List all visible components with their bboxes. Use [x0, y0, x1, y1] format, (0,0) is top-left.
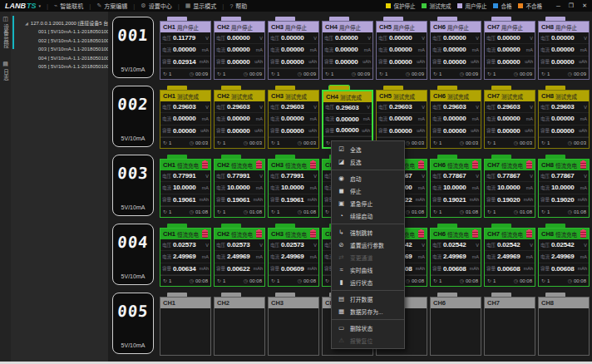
- channel-card-002-ch3[interactable]: CH3测试完成电压0.29603V电流0.00000mA容量0.00000uAh…: [268, 86, 319, 149]
- channel-card-001-ch4[interactable]: CH4用户停止电压0.00000V电流0.00000mA容量0.00000uAh…: [322, 17, 373, 80]
- channel-card-001-ch6[interactable]: CH6用户停止电压0.00000V电流0.00000mA容量0.00000uAh…: [430, 17, 481, 80]
- app-logo[interactable]: LANB TS ▾: [5, 2, 41, 10]
- channel-card-001-ch8[interactable]: CH8用户停止电压0.00000V电流0.00000mA容量0.00000uAh…: [538, 17, 590, 80]
- channel-card-002-ch7[interactable]: CH7测试完成电压0.29603V电流0.00000mA容量0.00000uAh…: [484, 86, 535, 149]
- channel-card-002-ch5[interactable]: CH5测试完成电压0.29603V电流0.00000mA容量0.00000uAh…: [376, 86, 427, 149]
- channel-card-002-ch4[interactable]: CH4测试完成电压0.29603V电流0.00000mA容量0.00000uAh…: [322, 86, 373, 149]
- current-row: 电流0.00000mA: [323, 114, 372, 125]
- channel-card-005-ch8[interactable]: CH8: [538, 293, 590, 356]
- card-header: CH6恒流充电: [431, 229, 481, 239]
- channel-card-001-ch5[interactable]: CH5用户停止电压0.00000V电流0.00000mA容量0.00000uAh…: [376, 17, 427, 80]
- context-menu-item-start[interactable]: ◉启动: [332, 172, 404, 184]
- channel-card-005-ch1[interactable]: CH1: [160, 293, 211, 356]
- menu-display-mode[interactable]: ▦显示模式: [185, 2, 217, 10]
- channel-status: 恒流充电: [177, 161, 199, 170]
- current-unit: mA: [472, 116, 479, 121]
- context-menu-item-emergency-stop[interactable]: ▣紧急停止: [332, 197, 404, 209]
- current-value: 10.0000: [551, 184, 575, 191]
- tree-item-device-5[interactable]: 005 [ 5V/10mA-1.1-20180501005 ]: [11, 62, 108, 71]
- context-menu-item-open-data[interactable]: ▤打开数据: [332, 293, 404, 305]
- card-footer: ↻1◷00:08: [431, 275, 481, 286]
- context-menu-item-select-all[interactable]: ☑全选: [332, 143, 404, 155]
- capacity-value: 0.00000: [443, 127, 466, 135]
- rail-tab-log[interactable]: ▤日志: [2, 61, 10, 81]
- channel-card-004-ch6[interactable]: CH6恒流充电电压0.02542V电流2.49969mA容量0.00608mAh…: [430, 224, 481, 287]
- channel-card-003-ch6[interactable]: CH6恒流充电电压0.77867V电流10.0000mA容量0.19021mAh…: [430, 155, 481, 218]
- device-display-002[interactable]: 0025V/10mA: [112, 86, 154, 147]
- card-footer: ↻1◷00:08: [215, 275, 264, 286]
- context-menu-item-save-data-as[interactable]: ▦数据另存为...: [332, 305, 404, 317]
- tree-item-device-4[interactable]: 004 [ 5V/10mA-1.1-20180501004 ]: [11, 54, 108, 63]
- cycle-count: ↻1: [433, 278, 442, 283]
- context-menu-item-invert-selection[interactable]: ◪反选: [332, 155, 404, 168]
- channel-card-005-ch2[interactable]: CH2: [214, 293, 265, 356]
- channel-card-004-ch1[interactable]: CH1恒流充电电压0.02573V电流2.49969mA容量0.00634mAh…: [160, 224, 211, 287]
- channel-card-002-ch1[interactable]: CH1测试完成电压0.29603V电流0.00000mA容量0.00000uAh…: [160, 86, 211, 149]
- rail-tab-device-monitor[interactable]: ◫设备监控: [2, 16, 10, 49]
- legend-test-complete-label: 测试完成: [429, 2, 451, 10]
- channel-card-004-ch8[interactable]: CH8恒流充电电压0.02542V电流2.49969mA容量0.00608mAh…: [538, 224, 590, 287]
- battery-charging-icon: [526, 161, 532, 169]
- capacity-row: 容量0.00000uAh: [377, 57, 427, 68]
- channel-card-003-ch3[interactable]: CH3恒流充电电压0.77991V电流10.0000mA容量0.19061mAh…: [268, 155, 319, 218]
- emergency-stop-icon: ▣: [338, 199, 345, 207]
- channel-card-003-ch7[interactable]: CH7恒流充电电压0.77867V电流10.0000mA容量0.19020mAh…: [484, 155, 535, 218]
- context-menu-item-delete-status[interactable]: ▭删除状态: [332, 322, 404, 334]
- channel-card-004-ch3[interactable]: CH3恒流充电电压0.02573V电流2.49969mA容量0.00609mAh…: [268, 224, 319, 287]
- time-value: 00:08: [520, 278, 532, 283]
- time-value: 01:08: [412, 209, 424, 214]
- tree-item-device-1[interactable]: 001 [ 5V/10mA-1.1-20180501001 ]: [11, 27, 108, 37]
- channel-card-005-ch3[interactable]: CH3: [268, 293, 319, 356]
- channel-card-001-ch7[interactable]: CH7用户停止电压0.00000V电流0.00000mA容量0.00000uAh…: [484, 17, 535, 80]
- voltage-row: 电压0.77867V: [431, 170, 481, 182]
- channel-card-001-ch2[interactable]: CH2用户停止电压0.00000V电流0.00000mA容量0.00000uAh…: [214, 17, 265, 80]
- menu-smart-connect[interactable]: ⌁智能联机: [54, 2, 83, 10]
- channel-card-002-ch8[interactable]: CH8测试完成电压0.29603V电流0.00000mA容量0.00000uAh…: [538, 86, 590, 149]
- menu-help[interactable]: ?帮助: [229, 2, 247, 10]
- capacity-row: 容量0.00608mAh: [539, 263, 589, 275]
- card-header: CH6恒流充电: [431, 160, 481, 170]
- tree-expander-icon[interactable]: ◢: [25, 21, 28, 26]
- tree-item-device-2[interactable]: 002 [ 5V/10mA-1.1-20180501002 ]: [11, 37, 108, 46]
- close-button[interactable]: ✕: [582, 2, 587, 9]
- maximize-button[interactable]: ❐: [569, 2, 574, 9]
- channel-card-004-ch7[interactable]: CH7恒流充电电压0.02542V电流2.49969mA容量0.00608mAh…: [484, 224, 535, 287]
- channel-card-003-ch2[interactable]: CH2恒流充电电压0.77991V电流10.0000mA容量0.19061mAh…: [214, 155, 265, 218]
- channel-card-002-ch2[interactable]: CH2测试完成电压0.29603V电流0.00000mA容量0.00000uAh…: [214, 86, 265, 149]
- channel-card-003-ch8[interactable]: CH8恒流充电电压0.77867V电流10.0000mA容量0.19020mAh…: [538, 155, 590, 218]
- channel-card-004-ch2[interactable]: CH2恒流充电电压0.02573V电流2.49969mA容量0.00622mAh…: [214, 224, 265, 287]
- channel-card-003-ch1[interactable]: CH1恒流充电电压0.77991V电流10.0000mA容量0.19061mAh…: [160, 155, 211, 218]
- voltage-label: 电压: [162, 173, 171, 180]
- device-display-003[interactable]: 0035V/10mA: [112, 155, 154, 216]
- channel-card-001-ch1[interactable]: CH1用户停止电压0.11779V电流0.00000mA容量0.02914mAh…: [160, 17, 211, 80]
- card-header: CH1: [160, 298, 210, 308]
- context-menu-item-realtime-curve[interactable]: ≈实时曲线: [332, 263, 404, 276]
- voltage-unit: V: [584, 174, 587, 179]
- channel-card-005-ch7[interactable]: CH7: [484, 293, 535, 356]
- device-display-001[interactable]: 0015V/10mA: [112, 17, 154, 78]
- clock-icon: ◷: [568, 278, 572, 283]
- tree-root-node[interactable]: ◢ 127.0.0.1:2001,2000 [连接设备5 台]: [11, 18, 108, 27]
- device-number: 003: [112, 165, 154, 181]
- channel-label: CH1: [163, 161, 175, 169]
- context-menu-item-reset-run-params[interactable]: ⊘重置运行参数: [332, 239, 404, 251]
- device-display-005[interactable]: 0055V/10mA: [112, 293, 154, 354]
- select-all-label: 全选: [350, 145, 362, 154]
- device-display-004[interactable]: 0045V/10mA: [112, 224, 154, 285]
- tree-item-device-3[interactable]: 003 [ 5V/10mA-1.1-20180501003 ]: [11, 45, 108, 54]
- channel-status: 用户停止: [555, 23, 577, 32]
- menu-settings-center[interactable]: ⚙设置中心: [141, 2, 171, 10]
- menu-plan-editor[interactable]: ✎方案编辑: [96, 2, 127, 10]
- minimize-button[interactable]: ─: [556, 3, 560, 9]
- channel-card-002-ch6[interactable]: CH6测试完成电压0.29603V电流0.00000mA容量0.00000uAh…: [430, 86, 481, 149]
- channel-card-001-ch3[interactable]: CH3用户停止电压0.00000V电流0.00000mA容量0.00000uAh…: [268, 17, 319, 80]
- channel-label: CH8: [541, 23, 554, 31]
- context-menu-item-run-status[interactable]: ▮运行状态: [332, 276, 404, 288]
- context-menu-separator: [332, 170, 404, 170]
- context-menu-item-stop[interactable]: ◼停止: [332, 184, 404, 197]
- current-unit: mA: [580, 254, 587, 259]
- channel-card-005-ch6[interactable]: CH6: [430, 293, 481, 356]
- context-menu-item-resume-start[interactable]: ◔续接启动: [332, 209, 404, 222]
- context-menu-item-force-jump[interactable]: ↳强制跳转: [332, 226, 404, 239]
- cycle-icon: ↻: [163, 209, 167, 214]
